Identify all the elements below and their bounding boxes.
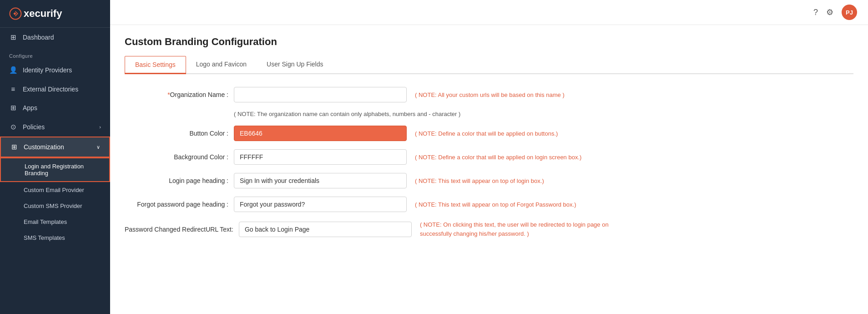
button-color-input-wrap	[234, 126, 407, 141]
org-name-sub-note-row: ( NOTE: The organization name can contai…	[125, 111, 853, 117]
redirect-label: Password Changed RedirectURL Text:	[125, 226, 239, 233]
button-color-note: ( NOTE: Define a color that will be appl…	[415, 130, 853, 137]
bg-color-input[interactable]	[234, 149, 407, 165]
sidebar-item-label: Identity Providers	[23, 66, 72, 74]
logo: xecurify	[9, 7, 101, 20]
page-title: Custom Branding Configuration	[125, 36, 853, 48]
configure-label: Configure	[0, 47, 110, 61]
redirect-url-row: Password Changed RedirectURL Text: ( NOT…	[125, 220, 853, 238]
bg-color-label: Background Color :	[125, 153, 234, 161]
logo-icon	[9, 7, 22, 20]
settings-icon[interactable]: ⚙	[826, 7, 833, 17]
top-bar: ? ⚙ PJ	[110, 0, 868, 25]
sidebar-sub-item-sms-templates[interactable]: SMS Templates	[0, 230, 110, 246]
custom-email-label: Custom Email Provider	[24, 187, 84, 193]
sidebar-item-apps[interactable]: ⊞ Apps	[0, 98, 110, 117]
forgot-heading-row: Forgot password page heading : ( NOTE: T…	[125, 197, 853, 212]
sidebar-item-label: Policies	[23, 123, 45, 131]
bg-color-input-wrap	[234, 149, 407, 165]
logo-area: xecurify	[0, 0, 110, 28]
directories-icon: ≡	[9, 85, 17, 93]
sidebar-item-identity-providers[interactable]: 👤 Identity Providers	[0, 61, 110, 80]
button-color-input[interactable]	[234, 126, 407, 141]
login-branding-label: Login and Registration Branding	[25, 163, 84, 177]
login-heading-label: Login page heading :	[125, 177, 234, 184]
customization-chevron-icon: ∨	[96, 144, 100, 150]
sidebar-sub-item-custom-email[interactable]: Custom Email Provider	[0, 182, 110, 198]
forgot-heading-note: ( NOTE: This text will appear on top of …	[415, 201, 853, 208]
avatar-text: PJ	[846, 9, 853, 16]
org-name-input[interactable]	[234, 87, 407, 102]
redirect-note: ( NOTE: On clicking this text, the user …	[420, 220, 853, 238]
org-name-sub-note: ( NOTE: The organization name can contai…	[234, 111, 460, 117]
button-color-label: Button Color :	[125, 130, 234, 137]
button-color-row: Button Color : ( NOTE: Define a color th…	[125, 126, 853, 141]
identity-icon: 👤	[9, 66, 17, 74]
redirect-input[interactable]	[239, 222, 412, 237]
sidebar: xecurify ⊞ Dashboard Configure 👤 Identit…	[0, 0, 110, 314]
forgot-heading-input[interactable]	[234, 197, 407, 212]
logo-text: xecurify	[24, 8, 62, 20]
login-heading-input[interactable]	[234, 173, 407, 188]
help-icon[interactable]: ?	[813, 8, 818, 17]
apps-icon: ⊞	[9, 104, 17, 112]
tab-user-signup-fields[interactable]: User Sign Up Fields	[257, 56, 333, 74]
org-name-label: *Organization Name :	[125, 91, 234, 98]
content-area: Custom Branding Configuration Basic Sett…	[110, 25, 868, 314]
sidebar-item-label: Customization	[24, 143, 64, 151]
custom-sms-label: Custom SMS Provider	[24, 203, 82, 209]
org-name-row: *Organization Name : ( NOTE: All your cu…	[125, 87, 853, 102]
sidebar-item-label: Dashboard	[23, 34, 54, 41]
form-section: *Organization Name : ( NOTE: All your cu…	[125, 87, 853, 246]
sidebar-sub-item-email-templates[interactable]: Email Templates	[0, 214, 110, 230]
bg-color-row: Background Color : ( NOTE: Define a colo…	[125, 149, 853, 165]
tabs-row: Basic Settings Logo and Favicon User Sig…	[125, 56, 853, 74]
sidebar-item-label: Apps	[23, 104, 37, 111]
sidebar-item-dashboard[interactable]: ⊞ Dashboard	[0, 28, 110, 47]
main-area: ? ⚙ PJ Custom Branding Configuration Bas…	[110, 0, 868, 314]
login-heading-row: Login page heading : ( NOTE: This text w…	[125, 173, 853, 188]
sidebar-sub-item-login-branding[interactable]: Login and Registration Branding	[0, 157, 110, 182]
policies-icon: ⊙	[9, 123, 17, 131]
redirect-input-wrap	[239, 222, 412, 237]
forgot-heading-label: Forgot password page heading :	[125, 201, 234, 208]
tab-basic-settings[interactable]: Basic Settings	[125, 56, 186, 74]
sidebar-item-label: External Directories	[23, 86, 78, 93]
dashboard-icon: ⊞	[9, 33, 17, 41]
email-templates-label: Email Templates	[24, 218, 67, 225]
org-name-input-wrap	[234, 87, 407, 102]
sidebar-item-policies[interactable]: ⊙ Policies ›	[0, 117, 110, 137]
sidebar-item-external-directories[interactable]: ≡ External Directories	[0, 80, 110, 98]
sidebar-sub-item-custom-sms[interactable]: Custom SMS Provider	[0, 198, 110, 214]
bg-color-note: ( NOTE: Define a color that will be appl…	[415, 154, 853, 161]
tab-logo-favicon[interactable]: Logo and Favicon	[186, 56, 257, 74]
forgot-heading-input-wrap	[234, 197, 407, 212]
login-heading-note: ( NOTE: This text will appear on top of …	[415, 177, 853, 184]
login-heading-input-wrap	[234, 173, 407, 188]
customization-icon: ⊞	[10, 143, 18, 151]
sms-templates-label: SMS Templates	[24, 234, 65, 241]
policies-chevron-icon: ›	[99, 124, 101, 130]
avatar[interactable]: PJ	[842, 5, 857, 20]
sidebar-item-customization[interactable]: ⊞ Customization ∨	[0, 137, 110, 157]
org-name-note: ( NOTE: All your custom urls will be bas…	[415, 91, 853, 98]
